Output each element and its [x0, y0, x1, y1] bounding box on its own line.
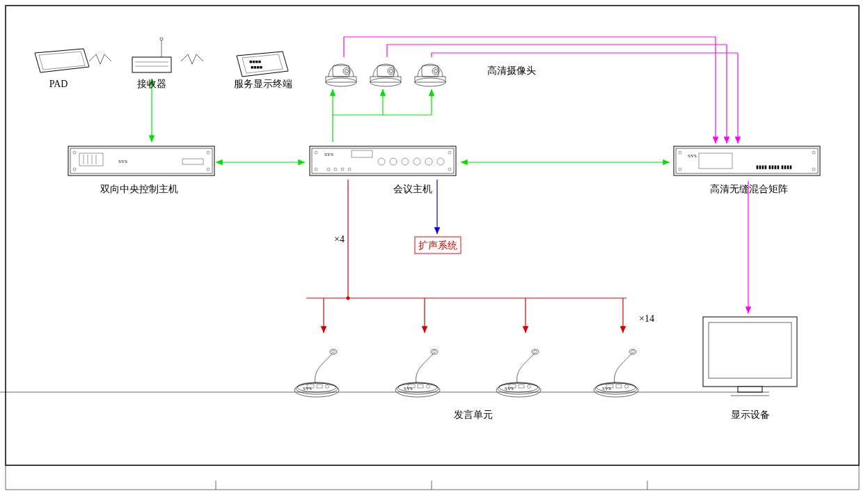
- svg-rect-53: [738, 387, 762, 392]
- x14-label: ×14: [639, 313, 654, 324]
- camera-icon: [415, 64, 445, 86]
- speak-unit-label: 发言单元: [454, 410, 493, 420]
- svg-rect-22: [132, 57, 171, 72]
- mic-unit-icon: [496, 350, 541, 398]
- display-label: 显示设备: [731, 410, 770, 420]
- svg-point-26: [160, 38, 163, 40]
- display-device: [0, 317, 797, 396]
- svg-rect-20: [6, 6, 859, 465]
- svg-text:SVS: SVS: [118, 159, 127, 164]
- conf-host-label: 会议主机: [393, 184, 432, 194]
- camera-icon: [326, 64, 356, 86]
- svg-text:SVS: SVS: [324, 152, 333, 157]
- camera-label: 高清摄像头: [487, 65, 536, 76]
- pad-label: PAD: [49, 79, 68, 89]
- mic-unit-icon: [594, 350, 638, 398]
- camera-icon: [370, 64, 401, 86]
- central-host-label: 双向中央控制主机: [100, 184, 178, 194]
- matrix-device: SVS ▮▮▮▮ ▮▮▮▮ ▮▮▮▮: [674, 146, 820, 176]
- matrix-label: 高清无缝混合矩阵: [710, 184, 788, 194]
- receiver-device: [132, 38, 171, 72]
- svg-text:■■■■: ■■■■: [249, 59, 261, 65]
- central-host-device: SVS: [68, 146, 214, 176]
- x4-label: ×4: [334, 234, 345, 244]
- conf-host-device: SVS: [310, 146, 456, 176]
- mic-unit-icon: [395, 350, 440, 398]
- pa-label: 扩声系统: [418, 240, 457, 251]
- svg-text:SVS: SVS: [688, 153, 697, 159]
- svg-text:▮▮▮▮ ▮▮▮▮ ▮▮▮▮: ▮▮▮▮ ▮▮▮▮ ▮▮▮▮: [756, 164, 792, 170]
- receiver-label: 接收器: [137, 79, 166, 89]
- svg-rect-51: [703, 317, 797, 387]
- service-terminal-device: ■■■■ ■■■■: [237, 52, 288, 77]
- mic-unit-icon: [294, 350, 339, 398]
- pad-device: [35, 49, 89, 72]
- service-terminal-label: 服务显示终端: [234, 79, 292, 89]
- svg-text:■■■■: ■■■■: [251, 65, 262, 70]
